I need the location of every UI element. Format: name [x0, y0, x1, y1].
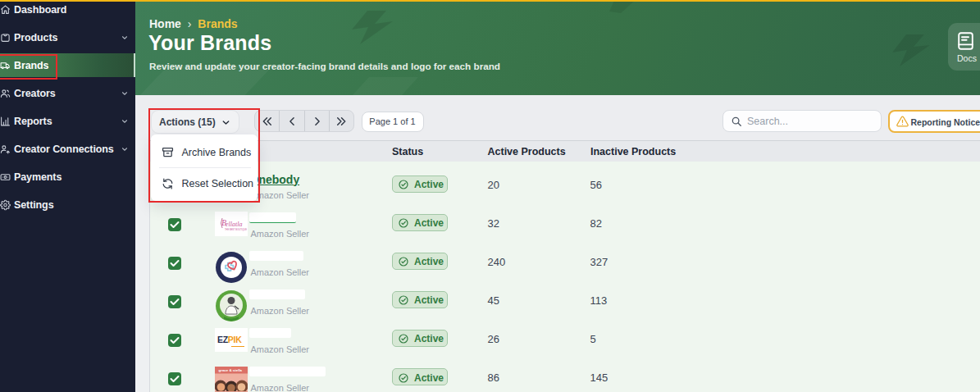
svg-text:THE BEST BOUTIQUE: THE BEST BOUTIQUE — [225, 228, 247, 231]
svg-text:ellatla: ellatla — [226, 221, 242, 228]
svg-text:grace & stella: grace & stella — [219, 368, 243, 372]
